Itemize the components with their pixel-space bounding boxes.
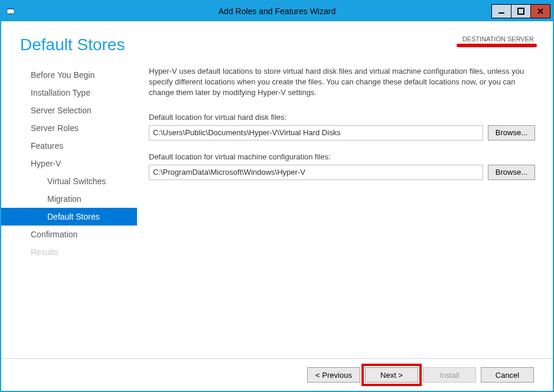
sidebar-item-before-you-begin[interactable]: Before You Begin — [1, 66, 137, 84]
vhd-location-label: Default location for virtual hard disk f… — [149, 113, 535, 122]
wizard-window: Add Roles and Features Wizard Default St… — [0, 0, 554, 392]
install-button: Install — [423, 367, 476, 383]
vmconfig-location-label: Default location for virtual machine con… — [149, 152, 535, 161]
vmconfig-browse-button[interactable]: Browse... — [488, 165, 535, 180]
vmconfig-location-row: Browse... — [149, 165, 535, 180]
window-title: Add Roles and Features Wizard — [1, 6, 553, 16]
footer-buttons: < Previous Next > Install Cancel — [1, 358, 553, 391]
sidebar-item-results: Results — [1, 243, 137, 261]
wizard-steps-sidebar: Before You Begin Installation Type Serve… — [1, 60, 137, 358]
content-area: Default Stores DESTINATION SERVER Before… — [1, 21, 553, 391]
next-button[interactable]: Next > — [365, 367, 418, 383]
titlebar: Add Roles and Features Wizard — [1, 1, 553, 21]
sidebar-item-migration[interactable]: Migration — [1, 190, 137, 208]
destination-server-text: DESTINATION SERVER — [462, 35, 534, 43]
sidebar-item-virtual-switches[interactable]: Virtual Switches — [1, 172, 137, 190]
previous-button[interactable]: < Previous — [307, 367, 360, 383]
svg-rect-1 — [7, 8, 14, 9]
maximize-button[interactable] — [511, 4, 531, 18]
sidebar-item-features[interactable]: Features — [1, 137, 137, 155]
sidebar-item-server-selection[interactable]: Server Selection — [1, 102, 137, 119]
sidebar-item-installation-type[interactable]: Installation Type — [1, 84, 137, 102]
window-controls — [492, 4, 550, 18]
svg-rect-4 — [518, 8, 524, 14]
vhd-location-row: Browse... — [149, 125, 535, 141]
destination-server-label: DESTINATION SERVER — [462, 35, 534, 43]
description-text: Hyper-V uses default locations to store … — [149, 66, 535, 99]
sidebar-item-confirmation[interactable]: Confirmation — [1, 226, 137, 243]
vmconfig-path-input[interactable] — [149, 165, 483, 180]
sidebar-item-server-roles[interactable]: Server Roles — [1, 119, 137, 137]
vhd-path-input[interactable] — [149, 125, 483, 141]
sidebar-item-default-stores[interactable]: Default Stores — [1, 208, 137, 226]
svg-rect-3 — [498, 12, 504, 14]
header-row: Default Stores DESTINATION SERVER — [1, 21, 553, 60]
body-row: Before You Begin Installation Type Serve… — [1, 60, 553, 358]
minimize-button[interactable] — [491, 4, 511, 18]
close-button[interactable] — [530, 4, 550, 18]
app-icon — [6, 6, 15, 16]
main-panel: Hyper-V uses default locations to store … — [137, 60, 541, 358]
vhd-browse-button[interactable]: Browse... — [488, 125, 535, 141]
svg-rect-2 — [9, 14, 12, 15]
redaction-mark — [457, 44, 537, 47]
cancel-button[interactable]: Cancel — [481, 367, 534, 383]
page-title: Default Stores — [20, 35, 125, 54]
sidebar-item-hyper-v[interactable]: Hyper-V — [1, 155, 137, 172]
